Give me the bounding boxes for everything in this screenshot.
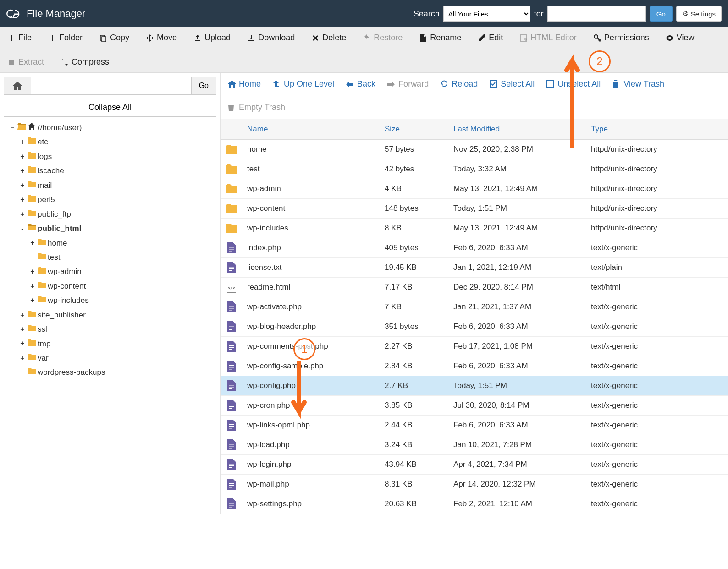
move-button[interactable]: Move <box>143 31 180 44</box>
tree-toggle[interactable]: - <box>19 222 26 235</box>
home-icon-button[interactable] <box>4 77 31 95</box>
tree-item-home[interactable]: +home <box>29 236 216 250</box>
col-type[interactable]: Type <box>586 119 728 140</box>
tree-root[interactable]: –(/home/user) <box>9 120 216 135</box>
home-button[interactable]: Home <box>227 77 262 91</box>
home-icon <box>13 82 22 90</box>
search-scope-select[interactable]: All Your Files <box>443 6 530 22</box>
empty-trash-button[interactable]: Empty Trash <box>227 101 286 114</box>
file-row[interactable]: wp-activate.php7 KBJan 21, 2021, 1:37 AM… <box>221 297 728 317</box>
tree-toggle[interactable]: + <box>29 265 36 279</box>
tree-toggle[interactable]: + <box>19 150 26 164</box>
file-row[interactable]: home57 bytesNov 25, 2020, 2:38 PMhttpd/u… <box>221 140 728 159</box>
tree-label: wp-admin <box>48 264 82 279</box>
search-input[interactable] <box>547 6 646 22</box>
file-table-body: home57 bytesNov 25, 2020, 2:38 PMhttpd/u… <box>221 140 728 514</box>
file-row[interactable]: wp-includes8 KBMay 13, 2021, 12:49 AMhtt… <box>221 219 728 238</box>
file-button[interactable]: File <box>5 31 34 44</box>
compress-button[interactable]: Compress <box>58 55 112 69</box>
tree-item-wp-includes[interactable]: +wp-includes <box>29 293 216 307</box>
tree-item-etc[interactable]: +etc <box>19 135 216 149</box>
tree-toggle[interactable]: + <box>19 323 26 336</box>
rename-button[interactable]: Rename <box>416 31 464 44</box>
action-label: View Trash <box>623 79 664 89</box>
file-modified: Today, 1:51 PM <box>449 376 586 396</box>
file-text-icon <box>221 396 243 416</box>
tree-item-site_publisher[interactable]: +site_publisher <box>19 308 216 322</box>
tree-toggle[interactable]: + <box>29 294 36 307</box>
file-row[interactable]: wp-load.php3.24 KBJan 10, 2021, 7:28 PMt… <box>221 435 728 455</box>
file-row[interactable]: wp-content148 bytesToday, 1:51 PMhttpd/u… <box>221 199 728 219</box>
file-row[interactable]: wp-blog-header.php351 bytesFeb 6, 2020, … <box>221 317 728 337</box>
upload-button[interactable]: Upload <box>191 31 233 44</box>
file-type: text/x-generic <box>586 297 728 317</box>
folder-icon <box>28 221 36 235</box>
tree-item-test[interactable]: test <box>29 250 216 264</box>
search-go-button[interactable]: Go <box>650 6 673 22</box>
tree-item-mail[interactable]: +mail <box>19 178 216 192</box>
tree-toggle[interactable]: + <box>19 164 26 178</box>
tree-toggle[interactable]: + <box>19 208 26 221</box>
copy-button[interactable]: Copy <box>96 31 132 44</box>
tree-item-wordpress-backups[interactable]: wordpress-backups <box>19 365 216 379</box>
file-type: text/x-generic <box>586 494 728 514</box>
tree-item-public_html[interactable]: -public_html <box>19 221 216 235</box>
collapse-all-button[interactable]: Collapse All <box>4 98 216 117</box>
col-icon[interactable] <box>221 119 243 140</box>
file-row[interactable]: wp-mail.php8.31 KBApr 14, 2020, 12:32 PM… <box>221 475 728 494</box>
tree-toggle[interactable]: + <box>19 179 26 192</box>
download-button[interactable]: Download <box>244 31 298 44</box>
tree-item-public_ftp[interactable]: +public_ftp <box>19 207 216 221</box>
view-trash-button[interactable]: View Trash <box>612 77 665 91</box>
file-size: 3.85 KB <box>380 396 449 416</box>
tree-toggle[interactable]: + <box>19 135 26 149</box>
file-row[interactable]: license.txt19.45 KBJan 1, 2021, 12:19 AM… <box>221 258 728 278</box>
tree-toggle[interactable]: + <box>29 279 36 293</box>
file-size: 7 KB <box>380 297 449 317</box>
up-button[interactable]: Up One Level <box>272 77 335 91</box>
file-row[interactable]: </>readme.html7.17 KBDec 29, 2020, 8:14 … <box>221 278 728 297</box>
action-bar: HomeUp One LevelBackForwardReloadSelect … <box>221 73 728 119</box>
path-input[interactable] <box>31 77 192 95</box>
tree-item-perl5[interactable]: +perl5 <box>19 192 216 207</box>
col-name[interactable]: Name <box>243 119 380 140</box>
file-row[interactable]: wp-settings.php20.63 KBFeb 2, 2021, 12:1… <box>221 494 728 514</box>
path-go-button[interactable]: Go <box>192 77 216 95</box>
forward-button[interactable]: Forward <box>386 77 430 91</box>
tree-item-var[interactable]: +var <box>19 351 216 365</box>
tree-item-lscache[interactable]: +lscache <box>19 164 216 178</box>
edit-button[interactable]: Edit <box>475 31 506 44</box>
col-size[interactable]: Size <box>380 119 449 140</box>
tree-item-tmp[interactable]: +tmp <box>19 337 216 351</box>
back-button[interactable]: Back <box>345 77 376 91</box>
tree-toggle[interactable]: + <box>19 337 26 350</box>
restore-button[interactable]: Restore <box>360 31 405 44</box>
tree-item-wp-admin[interactable]: +wp-admin <box>29 264 216 279</box>
permissions-button[interactable]: Permissions <box>590 31 652 44</box>
folder-button[interactable]: Folder <box>45 31 85 44</box>
view-button[interactable]: View <box>663 31 697 44</box>
html-editor-button[interactable]: HTML Editor <box>517 31 579 44</box>
tree-item-wp-content[interactable]: +wp-content <box>29 279 216 293</box>
tree-toggle[interactable]: + <box>29 236 36 250</box>
file-row[interactable]: test42 bytesToday, 3:32 AMhttpd/unix-dir… <box>221 159 728 179</box>
action-label: Empty Trash <box>239 103 285 112</box>
reload-button[interactable]: Reload <box>440 77 479 91</box>
file-row[interactable]: wp-admin4 KBMay 13, 2021, 12:49 AMhttpd/… <box>221 179 728 199</box>
tree-toggle[interactable]: – <box>9 121 16 135</box>
tree-item-logs[interactable]: +logs <box>19 149 216 164</box>
file-row[interactable]: wp-login.php43.94 KBApr 4, 2021, 7:34 PM… <box>221 455 728 475</box>
search-label: Search <box>414 9 440 19</box>
tree-toggle[interactable]: + <box>19 193 26 207</box>
file-modified: Jul 30, 2020, 8:14 PM <box>449 396 586 416</box>
tree-toggle[interactable]: + <box>19 308 26 322</box>
extract-button[interactable]: Extract <box>5 55 47 69</box>
tree-toggle[interactable]: + <box>19 351 26 365</box>
file-row[interactable]: index.php405 bytesFeb 6, 2020, 6:33 AMte… <box>221 238 728 258</box>
tree-item-ssl[interactable]: +ssl <box>19 322 216 336</box>
select-all-button[interactable]: Select All <box>489 77 535 91</box>
file-size: 7.17 KB <box>380 278 449 297</box>
svg-text:</>: </> <box>228 285 236 290</box>
delete-button[interactable]: Delete <box>309 31 349 44</box>
settings-button[interactable]: ⚙ Settings <box>676 6 722 22</box>
